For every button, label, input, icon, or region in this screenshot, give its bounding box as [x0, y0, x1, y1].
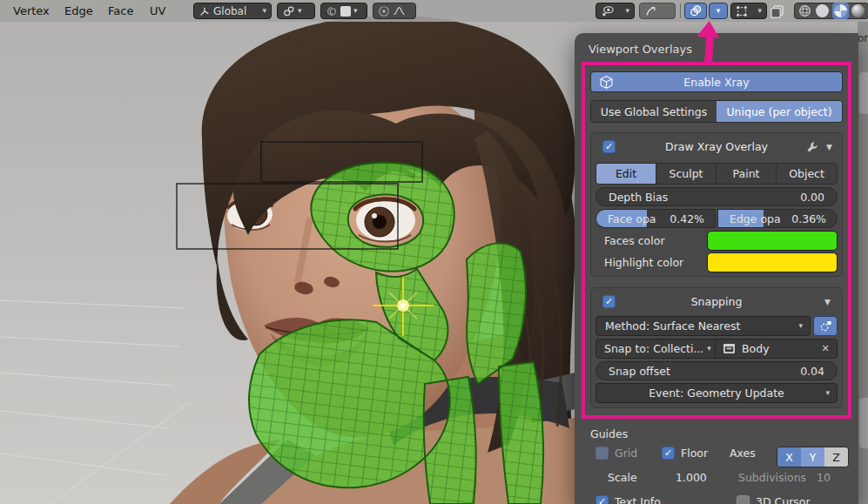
enable-xray-button[interactable]: Enable Xray [590, 71, 843, 92]
snap-target-icon [819, 319, 832, 333]
axis-z-button[interactable]: Z [824, 447, 848, 467]
chevron-down-icon: ▾ [798, 322, 803, 330]
xray-mode-tabs: Edit Sculpt Paint Object [595, 163, 838, 185]
axes-label: Axes [730, 447, 756, 460]
text-info-checkbox[interactable]: ✓ [595, 495, 609, 504]
chevron-down-icon: ▾ [353, 7, 358, 15]
axis-x-button[interactable]: X [777, 447, 801, 467]
blender-viewport-window: Vertex Edge Face UV Global ▾ ▾ ▾ [0, 0, 868, 504]
unique-per-object-label: Unique (per object) [726, 105, 831, 118]
proportional-editing-group[interactable] [373, 3, 416, 19]
cursor-3d-label: 3D Cursor [756, 495, 811, 504]
grid-checkbox[interactable] [595, 447, 609, 460]
material-preview-shading-button[interactable] [832, 3, 849, 19]
xray-toggle-dropdown[interactable]: ▾ [730, 3, 767, 19]
menu-face[interactable]: Face [108, 0, 133, 22]
scale-label: Scale [608, 471, 637, 484]
snap-to-value: Snap to: Collecti... [604, 342, 703, 355]
subdivisions-value: 10 [817, 471, 831, 484]
draw-xray-subpanel: ✓ Draw Xray Overlay ▼ Edit Sculpt Paint … [590, 132, 843, 277]
settings-scope-toggle: Use Global Settings Unique (per object) [590, 100, 843, 123]
falloff-swatch-icon [340, 6, 351, 17]
edge-opacity-label: Edge opa [730, 212, 781, 225]
collapse-caret-icon[interactable]: ▼ [824, 298, 831, 306]
transform-orientation-dropdown[interactable]: Global ▾ [193, 3, 272, 19]
rendered-shading-button[interactable] [850, 3, 866, 19]
proportional-falloff-dropdown[interactable]: ▾ [320, 3, 367, 19]
collapse-caret-icon[interactable]: ▼ [826, 143, 832, 151]
highlight-color-label: Highlight color [604, 256, 683, 269]
adjacent-panel-edge: or [858, 22, 868, 504]
duplicate-overlay-button[interactable] [770, 3, 792, 19]
tab-paint[interactable]: Paint [717, 164, 777, 184]
menu-edge[interactable]: Edge [64, 0, 93, 22]
faces-color-label: Faces color [604, 234, 665, 247]
wrench-icon[interactable] [806, 141, 818, 153]
menu-uv[interactable]: UV [150, 0, 165, 22]
cursor-3d-checkbox[interactable] [737, 495, 750, 504]
faces-color-swatch[interactable] [707, 231, 838, 251]
tutorial-arrow-head [696, 20, 720, 38]
snap-offset-label: Snap offset [609, 365, 670, 378]
curved-arrow-icon [644, 5, 657, 17]
overlays-dropdown-button[interactable]: ▾ [709, 3, 728, 19]
orientation-label: Global [213, 5, 246, 17]
show-overlays-toggle[interactable] [684, 3, 707, 19]
viewport-overlays-popover: Viewport Overlays Enable Xray Use Global… [575, 33, 858, 504]
solid-shading-button[interactable] [814, 3, 831, 19]
tab-object[interactable]: Object [777, 164, 837, 184]
chevron-down-icon: ▾ [717, 7, 721, 15]
snap-magnet-icon [282, 5, 295, 17]
edge-opacity-value: 0.36% [791, 212, 826, 225]
solid-sphere-icon [816, 4, 829, 17]
snap-to-dropdown[interactable]: Snap to: Collecti... ▾ [596, 339, 716, 358]
subdivisions-value-field[interactable]: 10 [817, 471, 831, 484]
falloff-curve-icon [393, 5, 406, 17]
axis-z-label: Z [832, 451, 840, 464]
tab-edit[interactable]: Edit [596, 164, 656, 184]
snap-method-dropdown[interactable]: Method: Surface Nearest ▾ [595, 316, 811, 336]
annotate-tool-button[interactable] [639, 3, 676, 19]
show-gizmo-dropdown[interactable]: ▾ [595, 3, 635, 19]
chevron-down-icon: ▾ [707, 345, 711, 353]
tab-sculpt[interactable]: Sculpt [656, 164, 717, 184]
snap-target-field[interactable]: Body [716, 339, 814, 358]
face-opacity-slider[interactable]: Face opa 0.42% [595, 209, 716, 228]
snapping-checkbox[interactable]: ✓ [602, 295, 616, 308]
scale-value: 1.000 [676, 471, 707, 484]
unique-per-object-button[interactable]: Unique (per object) [717, 101, 842, 122]
draw-xray-label: Draw Xray Overlay [595, 140, 838, 153]
axis-y-label: Y [810, 451, 817, 464]
clipped-text-fragment: or [858, 32, 868, 44]
snap-to-row: Snap to: Collecti... ▾ Body ✕ [595, 339, 838, 359]
subdivisions-label: Subdivisions [738, 471, 806, 484]
floor-checkbox[interactable]: ✓ [662, 447, 675, 460]
depth-bias-label: Depth Bias [609, 191, 668, 204]
snap-options-button[interactable] [813, 316, 838, 336]
draw-xray-checkbox[interactable]: ✓ [602, 140, 616, 153]
clear-snap-target-button[interactable]: ✕ [814, 339, 837, 358]
wireframe-shading-button[interactable] [797, 3, 813, 19]
snap-method-value: Method: Surface Nearest [605, 319, 740, 333]
enable-xray-label: Enable Xray [683, 76, 749, 89]
highlight-color-swatch[interactable] [707, 252, 838, 272]
check-icon: ✓ [605, 141, 613, 152]
snap-dropdown[interactable]: ▾ [277, 3, 315, 19]
collection-box-icon [723, 343, 736, 354]
axis-x-label: X [785, 451, 793, 464]
chevron-down-icon: ▾ [262, 7, 266, 15]
chevron-down-icon: ▾ [825, 389, 830, 397]
scale-value-field[interactable]: 1.000 [676, 471, 707, 484]
rendered-sphere-icon [851, 4, 865, 17]
snap-event-dropdown[interactable]: Event: Geometry Update ▾ [595, 383, 838, 403]
tutorial-highlight-box: Enable Xray Use Global Settings Unique (… [582, 62, 851, 419]
wireframe-sphere-icon [798, 4, 811, 17]
edge-opacity-slider[interactable]: Edge opa 0.36% [717, 209, 838, 228]
menu-vertex[interactable]: Vertex [13, 0, 50, 22]
use-global-settings-button[interactable]: Use Global Settings [591, 101, 717, 122]
snap-offset-slider[interactable]: Snap offset 0.04 [595, 361, 838, 380]
axis-y-button[interactable]: Y [801, 447, 824, 467]
use-global-settings-label: Use Global Settings [601, 105, 707, 118]
copy-icon [770, 4, 784, 18]
depth-bias-slider[interactable]: Depth Bias 0.00 [595, 187, 838, 206]
